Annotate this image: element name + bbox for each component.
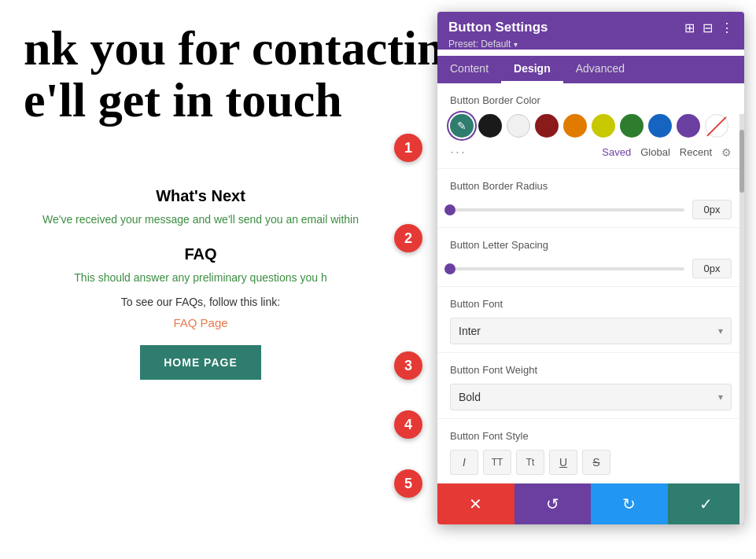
panel-header-top: Button Settings ⊞ ⊟ ⋮	[448, 20, 733, 35]
swatch-teal[interactable]: ✎	[450, 114, 474, 138]
confirm-button[interactable]: ✓	[668, 484, 745, 524]
italic-icon: I	[463, 456, 466, 469]
swatch-purple[interactable]	[677, 114, 700, 138]
swatch-yellow[interactable]	[592, 114, 615, 138]
letter-spacing-section: Button Letter Spacing 0px	[437, 228, 744, 287]
faq-text: This should answer any preliminary quest…	[24, 271, 378, 284]
what-next-heading: What's Next	[24, 187, 378, 205]
panel-header-icons: ⊞ ⊟ ⋮	[684, 20, 733, 35]
panel-preset[interactable]: Preset: Default ▾	[448, 39, 733, 50]
border-color-label: Button Border Color	[450, 94, 732, 106]
undo-icon: ↺	[546, 495, 559, 513]
letter-spacing-label: Button Letter Spacing	[450, 239, 732, 251]
font-style-section: Button Font Style I TT Tt U S	[437, 419, 744, 484]
letter-spacing-value[interactable]: 0px	[692, 259, 732, 278]
capitalize-style-button[interactable]: Tt	[516, 450, 544, 475]
follow-text: To see our FAQs, follow this link:	[24, 296, 378, 308]
swatch-green[interactable]	[620, 114, 644, 138]
step-4-indicator: 4	[394, 410, 422, 439]
swatch-none[interactable]	[705, 114, 728, 138]
tab-content[interactable]: Content	[437, 56, 501, 83]
preset-arrow-icon: ▾	[514, 40, 518, 49]
scrollbar-thumb[interactable]	[739, 130, 744, 193]
tab-design[interactable]: Design	[501, 56, 563, 83]
uppercase-icon: TT	[492, 457, 503, 468]
what-next-text: We've received your message and we'll se…	[24, 213, 378, 226]
swatch-orange[interactable]	[563, 114, 587, 138]
font-label: Button Font	[450, 298, 732, 310]
border-radius-slider-row: 0px	[450, 200, 732, 219]
step-2-indicator: 2	[394, 224, 422, 252]
font-weight-dropdown[interactable]: Bold ▾	[450, 384, 732, 410]
saved-action[interactable]: Saved	[602, 146, 631, 158]
font-weight-dropdown-row: Bold ▾	[450, 384, 732, 410]
faq-heading: FAQ	[24, 245, 378, 263]
underline-icon: U	[559, 456, 567, 469]
font-section: Button Font Inter ▾	[437, 287, 744, 353]
panel-tabs: Content Design Advanced	[437, 56, 744, 83]
swatches-row2: ··· Saved Global Recent ⚙	[450, 144, 732, 160]
font-dropdown-row: Inter ▾	[450, 318, 732, 344]
preset-label: Preset: Default	[448, 39, 511, 50]
font-weight-label: Button Font Weight	[450, 364, 732, 376]
step-1-indicator: 1	[394, 134, 422, 162]
font-weight-dropdown-arrow-icon: ▾	[718, 392, 723, 403]
italic-style-button[interactable]: I	[450, 450, 478, 475]
font-weight-section: Button Font Weight Bold ▾	[437, 353, 744, 419]
panel-body: Button Border Color ✎ ··· Saved G	[437, 83, 744, 484]
step-3-indicator: 3	[394, 351, 422, 380]
recent-action[interactable]: Recent	[680, 146, 712, 158]
faq-page-link[interactable]: FAQ Page	[24, 316, 378, 329]
border-color-section: Button Border Color ✎ ··· Saved G	[437, 83, 744, 169]
letter-spacing-slider-thumb[interactable]	[444, 263, 455, 274]
panel-footer: ✕ ↺ ↻ ✓	[437, 484, 744, 524]
panel-header: Button Settings ⊞ ⊟ ⋮ Preset: Default ▾	[437, 12, 744, 50]
swatch-black[interactable]	[478, 114, 502, 138]
more-swatches-icon[interactable]: ···	[450, 144, 467, 160]
tab-advanced[interactable]: Advanced	[563, 56, 637, 83]
border-radius-value[interactable]: 0px	[692, 200, 732, 219]
pen-icon: ✎	[457, 120, 467, 132]
global-action[interactable]: Global	[640, 146, 670, 158]
border-radius-label: Button Border Radius	[450, 180, 732, 192]
border-radius-slider-track[interactable]	[450, 208, 684, 211]
close-icon: ✕	[469, 495, 482, 513]
undo-button[interactable]: ↺	[514, 484, 592, 524]
color-swatches-row: ✎	[450, 114, 732, 138]
border-radius-slider-thumb[interactable]	[444, 204, 455, 215]
uppercase-style-button[interactable]: TT	[483, 450, 511, 475]
button-settings-panel: Button Settings ⊞ ⊟ ⋮ Preset: Default ▾ …	[437, 12, 744, 524]
columns-icon[interactable]: ⊟	[703, 20, 713, 35]
cancel-button[interactable]: ✕	[437, 484, 514, 524]
font-weight-value: Bold	[459, 391, 481, 403]
redo-icon: ↻	[622, 495, 636, 513]
swatches-settings-icon[interactable]: ⚙	[721, 146, 732, 159]
font-dropdown-arrow-icon: ▾	[718, 325, 723, 337]
font-dropdown[interactable]: Inter ▾	[450, 318, 732, 344]
swatch-blue[interactable]	[648, 114, 672, 138]
swatch-actions: Saved Global Recent ⚙	[602, 146, 732, 159]
strikethrough-icon: S	[592, 456, 599, 469]
page-content-section: What's Next We've received your message …	[0, 171, 409, 395]
capitalize-icon: Tt	[526, 457, 535, 468]
swatch-white[interactable]	[507, 114, 530, 138]
letter-spacing-slider-track[interactable]	[450, 267, 684, 270]
step-5-indicator: 5	[394, 469, 422, 498]
home-page-button[interactable]: HOME PAGE	[140, 345, 261, 380]
font-style-label: Button Font Style	[450, 430, 732, 442]
redo-button[interactable]: ↻	[591, 484, 668, 524]
panel-title: Button Settings	[448, 20, 548, 35]
expand-icon[interactable]: ⊞	[684, 20, 695, 35]
border-radius-section: Button Border Radius 0px	[437, 169, 744, 228]
swatch-darkred[interactable]	[535, 114, 559, 138]
more-options-icon[interactable]: ⋮	[721, 20, 733, 35]
strikethrough-style-button[interactable]: S	[582, 450, 610, 475]
panel-scrollbar[interactable]	[739, 114, 744, 524]
letter-spacing-slider-row: 0px	[450, 259, 732, 278]
underline-style-button[interactable]: U	[549, 450, 577, 475]
check-icon: ✓	[699, 495, 713, 513]
font-value: Inter	[459, 325, 481, 337]
font-style-buttons-row: I TT Tt U S	[450, 450, 732, 475]
